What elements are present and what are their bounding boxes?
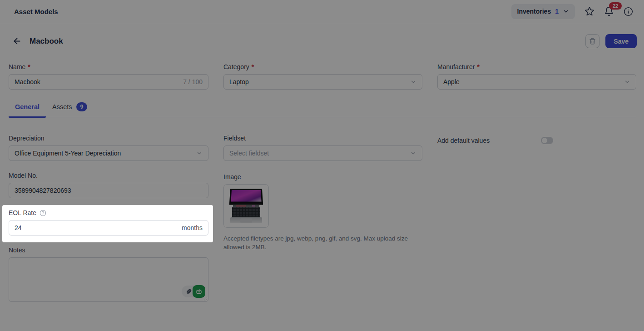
required-asterisk: * xyxy=(252,63,254,70)
info-button[interactable] xyxy=(624,7,633,16)
image-field-group: Image xyxy=(223,173,422,251)
asset-image-thumbnail[interactable] xyxy=(223,184,269,228)
delete-button[interactable] xyxy=(585,34,599,48)
chevron-down-icon xyxy=(196,150,203,156)
chevron-down-icon xyxy=(410,79,416,85)
category-value: Laptop xyxy=(229,78,249,85)
info-icon xyxy=(624,7,633,16)
tab-general[interactable]: General xyxy=(9,102,46,118)
topbar: Asset Models Inventories 1 22 xyxy=(0,0,644,23)
left-column: Depreciation Office Equipment 5-Year Dep… xyxy=(9,135,208,313)
model-no-input-wrap xyxy=(9,183,208,198)
arrow-left-icon xyxy=(12,36,22,46)
add-default-values-row: Add default values xyxy=(437,137,636,144)
eol-rate-input[interactable] xyxy=(15,224,178,231)
model-no-label: Model No. xyxy=(9,172,208,179)
name-char-counter: 7 / 100 xyxy=(183,78,203,85)
inventories-dropdown-button[interactable]: Inventories 1 xyxy=(511,4,575,19)
category-field-group: Category* Laptop xyxy=(223,63,422,90)
name-label: Name* xyxy=(9,63,208,70)
add-default-values-toggle[interactable] xyxy=(541,137,553,144)
app-title: Asset Models xyxy=(14,8,58,15)
star-icon xyxy=(585,6,594,16)
trash-icon xyxy=(589,38,596,45)
tab-bar: General Assets 9 xyxy=(9,102,636,117)
favorites-button[interactable] xyxy=(585,6,594,16)
name-field-group: Name* 7 / 100 xyxy=(9,63,208,90)
feather-icon xyxy=(186,289,192,295)
required-asterisk: * xyxy=(477,63,479,70)
notes-field-group: Notes xyxy=(9,246,208,302)
depreciation-field-group: Depreciation Office Equipment 5-Year Dep… xyxy=(9,135,208,161)
inventories-label: Inventories xyxy=(517,8,551,15)
assets-count-badge: 9 xyxy=(76,102,88,111)
page-title: Macbook xyxy=(30,37,63,46)
depreciation-value: Office Equipment 5-Year Depreciation xyxy=(15,150,121,157)
notifications-button[interactable]: 22 xyxy=(604,6,614,16)
tab-assets[interactable]: Assets 9 xyxy=(46,102,94,118)
fieldset-select[interactable]: Select fieldset xyxy=(223,145,422,161)
fieldset-field-group: Fieldset Select fieldset xyxy=(223,135,422,161)
eol-rate-unit: months xyxy=(182,224,203,231)
primary-fields-row: Name* 7 / 100 Category* Laptop Manufactu… xyxy=(9,63,636,90)
compose-button[interactable] xyxy=(182,286,194,297)
notes-label: Notes xyxy=(9,246,208,254)
depreciation-select[interactable]: Office Equipment 5-Year Depreciation xyxy=(9,145,208,161)
eol-rate-input-wrap: months xyxy=(9,220,208,236)
manufacturer-label: Manufacturer* xyxy=(437,63,636,70)
fieldset-placeholder: Select fieldset xyxy=(229,150,269,157)
right-column: Add default values xyxy=(437,135,636,313)
manufacturer-value: Apple xyxy=(443,78,460,85)
notes-input-wrap xyxy=(9,257,208,302)
help-circle-icon[interactable] xyxy=(40,210,46,216)
notes-textarea[interactable] xyxy=(9,257,208,302)
general-tab-content: Depreciation Office Equipment 5-Year Dep… xyxy=(9,135,636,313)
required-asterisk: * xyxy=(28,63,30,70)
manufacturer-select[interactable]: Apple xyxy=(437,74,636,90)
fieldset-label: Fieldset xyxy=(223,135,422,142)
model-no-input[interactable] xyxy=(15,187,203,194)
page-header: Macbook Save xyxy=(12,34,637,48)
category-label: Category* xyxy=(223,63,422,70)
chevron-down-icon xyxy=(624,79,630,85)
depreciation-label: Depreciation xyxy=(9,135,208,142)
toggle-knob xyxy=(542,138,547,143)
save-button[interactable]: Save xyxy=(605,34,637,48)
back-button[interactable] xyxy=(12,36,22,46)
macbook-image xyxy=(227,187,266,225)
resize-handle[interactable] xyxy=(203,297,208,301)
ai-assistant-button[interactable] xyxy=(193,285,205,298)
notes-toolbar xyxy=(182,285,205,298)
name-input[interactable] xyxy=(15,78,179,85)
image-label: Image xyxy=(223,173,422,181)
header-actions: Save xyxy=(585,34,637,48)
image-help-text: Accepted filetypes are jpg, webp, png, g… xyxy=(223,234,421,251)
chevron-down-icon xyxy=(410,150,416,156)
add-default-values-label: Add default values xyxy=(437,137,490,144)
main-content: Name* 7 / 100 Category* Laptop Manufactu… xyxy=(9,63,636,313)
chevron-down-icon xyxy=(563,8,569,15)
eol-rate-label: EOL Rate xyxy=(9,209,208,216)
manufacturer-field-group: Manufacturer* Apple xyxy=(437,63,636,90)
robot-icon xyxy=(195,288,203,295)
name-input-wrap: 7 / 100 xyxy=(9,74,208,90)
model-no-field-group: Model No. xyxy=(9,172,208,198)
eol-rate-field-group: EOL Rate months xyxy=(2,205,213,242)
category-select[interactable]: Laptop xyxy=(223,74,422,90)
notification-count-badge: 22 xyxy=(609,2,622,10)
topbar-actions: Inventories 1 22 xyxy=(511,4,634,19)
inventories-count: 1 xyxy=(555,8,559,15)
middle-column: Fieldset Select fieldset Image xyxy=(223,135,422,313)
